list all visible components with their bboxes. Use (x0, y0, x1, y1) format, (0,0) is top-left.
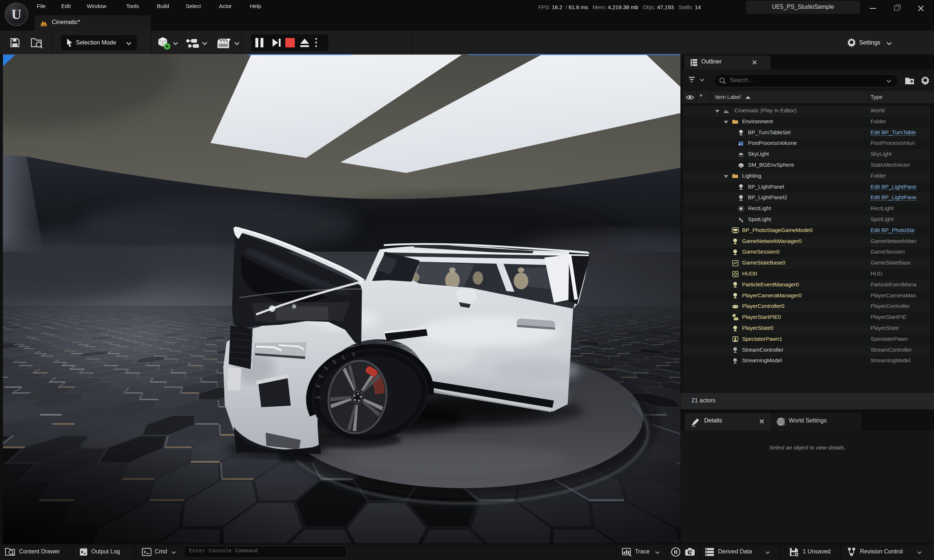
svg-text:U: U (11, 6, 21, 22)
